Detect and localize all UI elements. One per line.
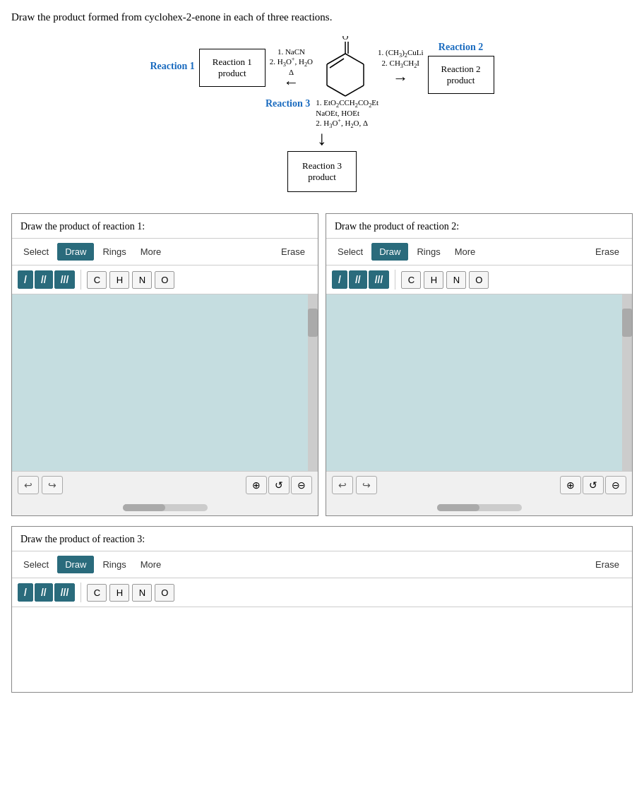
panel2-double-bond-btn[interactable]: // [349,270,367,289]
reaction1-label: Reaction 1 [150,61,194,72]
panel2-zoom-out-btn[interactable]: ⊖ [605,476,626,494]
panel2-zoom-btns: ⊕ ↺ ⊖ [560,476,626,494]
reaction3-product-box: Reaction 3product [287,151,357,192]
panel1-zoom-in-btn[interactable]: ⊕ [246,476,267,494]
panel2-redo-btn[interactable]: ↪ [356,476,377,494]
panel3-toolbar: Select Draw Rings More Erase [12,551,632,578]
panel1-zoom-out-btn[interactable]: ⊖ [291,476,312,494]
panel3-more-btn[interactable]: More [135,556,167,573]
draw-panel-1: Draw the product of reaction 1: Select D… [11,213,318,516]
panel1-triple-bond-btn[interactable]: /// [54,270,76,289]
svg-line-6 [327,85,345,96]
panel1-zoom-reset-btn[interactable]: ↺ [268,476,290,494]
panel2-single-bond-btn[interactable]: / [332,270,347,289]
panel2-scrollbar[interactable] [622,294,632,471]
panel3-atom-c[interactable]: C [87,584,107,602]
panel1-scroll-area [12,498,318,515]
panel3-draw-btn[interactable]: Draw [57,556,94,573]
panel1-more-btn[interactable]: More [135,244,167,260]
panel2-undo-btn[interactable]: ↩ [332,476,353,494]
svg-line-5 [345,85,364,96]
panel3-triple-bond-btn[interactable]: /// [54,583,76,602]
separator [80,270,81,289]
panel3-rings-btn[interactable]: Rings [97,556,131,573]
panel1-scrollbar[interactable] [308,294,318,471]
panel2-undo-redo: ↩ ↪ [332,476,377,494]
panel3-atom-h[interactable]: H [109,584,129,602]
panel1-hscrollbar[interactable] [123,504,208,511]
reaction1-product-box: Reaction 1product [199,49,266,87]
panel2-scroll-handle[interactable] [622,309,632,337]
reaction2-label: Reaction 2 [439,42,483,53]
panel2-more-btn[interactable]: More [449,244,482,260]
panel1-redo-btn[interactable]: ↪ [42,476,63,494]
panel2-bottom-bar: ↩ ↪ ⊕ ↺ ⊖ [326,471,632,498]
panel3-double-bond-btn[interactable]: // [35,583,53,602]
panel1-zoom-btns: ⊕ ↺ ⊖ [246,476,312,494]
panel1-single-bond-btn[interactable]: / [18,270,33,289]
panel2-hscroll-handle[interactable] [437,504,479,511]
panel1-scroll-handle[interactable] [308,309,318,337]
svg-text:O: O [342,36,349,42]
panel2-atom-toolbar: / // /// C H N O [326,265,632,294]
panel1-atom-h[interactable]: H [109,271,129,289]
reaction2-product-box: Reaction 2product [428,56,494,94]
panel1-double-bond-btn[interactable]: // [35,270,53,289]
panel2-draw-btn[interactable]: Draw [371,243,408,261]
panel3-bond-btns: / // /// [18,583,75,602]
draw-panel-2: Draw the product of reaction 2: Select D… [326,213,633,516]
panel3-atom-n[interactable]: N [132,584,152,602]
reaction-diagram: Reaction 1 Reaction 1product 1. NaCN 2. … [11,36,633,192]
panel2-title: Draw the product of reaction 2: [326,214,632,239]
panel1-rings-btn[interactable]: Rings [97,244,131,260]
panel1-undo-redo: ↩ ↪ [18,476,63,494]
panels-row-1: Draw the product of reaction 1: Select D… [11,213,633,516]
separator2 [395,270,395,289]
panel1-bond-btns: / // /// [18,270,75,289]
panel2-toolbar: Select Draw Rings More Erase [326,239,632,265]
panel2-bond-btns: / // /// [332,270,389,289]
svg-line-3 [345,54,364,64]
panel1-title: Draw the product of reaction 1: [12,214,318,239]
panel2-zoom-reset-btn[interactable]: ↺ [583,476,604,494]
panel3-canvas[interactable] [12,607,632,692]
panel1-canvas[interactable] [12,294,318,471]
svg-line-8 [330,59,344,68]
panel2-atom-n[interactable]: N [446,271,466,289]
panel2-atom-o[interactable]: O [469,271,489,289]
panel2-atom-c[interactable]: C [401,271,421,289]
cyclohexenone-molecule: O [317,36,374,100]
panel1-toolbar: Select Draw Rings More Erase [12,239,318,265]
panel2-erase-btn[interactable]: Erase [588,244,626,260]
panel1-atom-toolbar: / // /// C H N O [12,265,318,294]
panel2-triple-bond-btn[interactable]: /// [369,270,390,289]
panel2-select-btn[interactable]: Select [332,244,369,260]
panel2-canvas[interactable] [326,294,632,471]
panel1-atom-o[interactable]: O [155,271,174,289]
question-text: Draw the product formed from cyclohex-2-… [11,11,633,23]
panel1-hscroll-handle[interactable] [123,504,165,511]
panel1-atom-c[interactable]: C [87,271,107,289]
panel3-single-bond-btn[interactable]: / [18,583,33,602]
panel1-bottom-bar: ↩ ↪ ⊕ ↺ ⊖ [12,471,318,498]
panel2-rings-btn[interactable]: Rings [411,244,446,260]
panel1-undo-btn[interactable]: ↩ [18,476,39,494]
panel1-draw-btn[interactable]: Draw [57,243,94,261]
separator3 [80,583,81,602]
reaction3-label: Reaction 3 [266,98,310,109]
panel3-erase-btn[interactable]: Erase [588,556,626,573]
panel2-zoom-in-btn[interactable]: ⊕ [560,476,581,494]
panel1-atom-n[interactable]: N [132,271,152,289]
draw-panel-3: Draw the product of reaction 3: Select D… [11,526,633,693]
panel1-select-btn[interactable]: Select [18,244,54,260]
panel3-atom-toolbar: / // /// C H N O [12,578,632,607]
panel3-title: Draw the product of reaction 3: [12,527,632,551]
panel3-select-btn[interactable]: Select [18,556,54,573]
panel1-erase-btn[interactable]: Erase [274,244,312,260]
panel2-scroll-area [326,498,632,515]
panel3-atom-o[interactable]: O [155,584,174,602]
panel2-hscrollbar[interactable] [437,504,522,511]
panel2-atom-h[interactable]: H [424,271,443,289]
